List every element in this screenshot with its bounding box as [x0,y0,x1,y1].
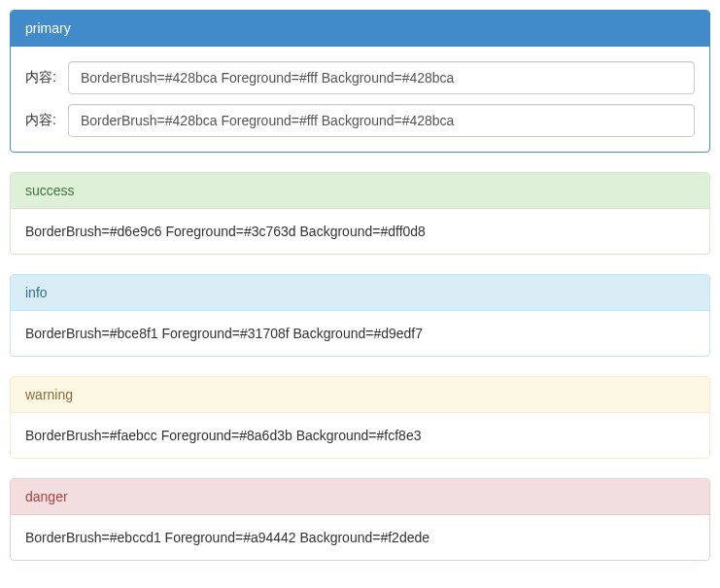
panel-danger: danger BorderBrush=#ebccd1 Foreground=#a… [10,478,710,561]
panel-info-body: BorderBrush=#bce8f1 Foreground=#31708f B… [11,311,709,356]
panel-primary: primary 内容: 内容: [10,10,710,153]
panel-info-heading: info [11,275,709,311]
panel-info: info BorderBrush=#bce8f1 Foreground=#317… [10,274,710,357]
panel-warning: warning BorderBrush=#faebcc Foreground=#… [10,376,710,459]
panel-warning-heading: warning [11,377,709,413]
form-label-content-2: 内容: [25,112,68,129]
content-input-2[interactable] [68,104,695,137]
panel-warning-body: BorderBrush=#faebcc Foreground=#8a6d3b B… [11,413,709,458]
panel-primary-body: 内容: 内容: [11,47,709,152]
panel-success-heading: success [11,173,709,209]
form-row: 内容: [25,61,695,94]
form-row: 内容: [25,104,695,137]
panel-success: success BorderBrush=#d6e9c6 Foreground=#… [10,172,710,255]
panel-primary-heading: primary [11,11,709,47]
content-input-1[interactable] [68,61,695,94]
panel-success-body: BorderBrush=#d6e9c6 Foreground=#3c763d B… [11,209,709,254]
panel-danger-body: BorderBrush=#ebccd1 Foreground=#a94442 B… [11,515,709,560]
panel-danger-heading: danger [11,479,709,515]
form-label-content-1: 内容: [25,69,68,86]
